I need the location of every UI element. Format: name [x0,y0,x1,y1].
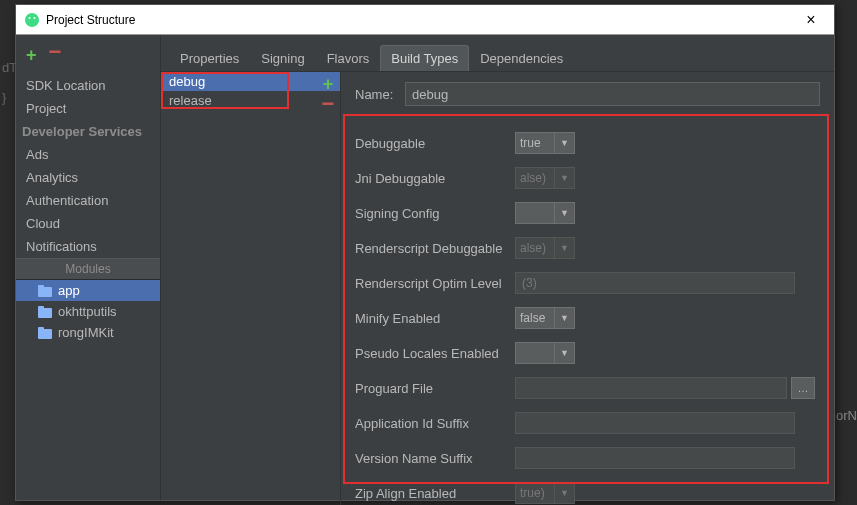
project-structure-dialog: Project Structure × + − SDK LocationProj… [15,4,835,501]
sidebar-tools: + − [16,41,160,74]
build-type-item[interactable]: release [161,91,340,110]
tabs: PropertiesSigningFlavorsBuild TypesDepen… [161,35,834,72]
select-value: false [515,307,555,329]
field-label: Zip Align Enabled [355,486,515,501]
sidebar-service-item[interactable]: Notifications [16,235,160,258]
window-title: Project Structure [46,13,796,27]
field-label: Proguard File [355,381,515,396]
tab[interactable]: Dependencies [469,45,574,71]
file-input[interactable] [515,377,787,399]
chevron-down-icon[interactable]: ▼ [555,202,575,224]
select-field[interactable]: true▼ [515,132,575,154]
svg-rect-6 [38,306,44,310]
chevron-down-icon[interactable]: ▼ [555,307,575,329]
tab[interactable]: Flavors [316,45,381,71]
select-value [515,202,555,224]
remove-icon[interactable]: − [49,45,62,66]
sidebar-service-item[interactable]: Analytics [16,166,160,189]
select-value: alse) [515,237,555,259]
select-value: true) [515,482,555,504]
module-icon [38,306,52,318]
svg-rect-8 [38,327,44,331]
text-input[interactable] [515,272,795,294]
select-value [515,342,555,364]
form-row: Zip Align Enabledtrue)▼ [355,482,820,504]
tab[interactable]: Build Types [380,45,469,71]
module-label: app [58,283,80,298]
svg-rect-4 [38,285,44,289]
form-row: Signing Config▼ [355,202,820,224]
module-label: okhttputils [58,304,117,319]
field-label: Minify Enabled [355,311,515,326]
svg-point-2 [34,17,36,19]
select-field[interactable]: ▼ [515,202,575,224]
chevron-down-icon[interactable]: ▼ [555,132,575,154]
dialog-content: + − SDK LocationProject Developer Servic… [16,35,834,500]
app-icon [24,12,40,28]
form-row: Application Id Suffix [355,412,820,434]
browse-button[interactable]: … [791,377,815,399]
text-input[interactable] [515,412,795,434]
select-field[interactable]: alse)▼ [515,237,575,259]
form-row: Proguard File… [355,377,820,399]
modules-header: Modules [16,258,160,280]
field-label: Jni Debuggable [355,171,515,186]
chevron-down-icon[interactable]: ▼ [555,342,575,364]
field-label: Application Id Suffix [355,416,515,431]
select-value: true [515,132,555,154]
build-types-list: debugrelease + − [161,72,341,505]
add-icon[interactable]: + [26,45,37,66]
form: Name: Debuggabletrue▼Jni Debuggablealse)… [341,72,834,505]
module-item[interactable]: app [16,280,160,301]
select-field[interactable]: ▼ [515,342,575,364]
form-row: Jni Debuggablealse)▼ [355,167,820,189]
select-field[interactable]: alse)▼ [515,167,575,189]
text-input[interactable] [515,447,795,469]
titlebar: Project Structure × [16,5,834,35]
form-row: Minify Enabledfalse▼ [355,307,820,329]
name-row: Name: [355,82,820,106]
sidebar-service-item[interactable]: Ads [16,143,160,166]
main-panel: PropertiesSigningFlavorsBuild TypesDepen… [161,35,834,500]
form-row: Debuggabletrue▼ [355,132,820,154]
sidebar-item[interactable]: Project [16,97,160,120]
build-types-panel: debugrelease + − Name: Debuggabletrue▼Jn… [161,72,834,505]
svg-point-0 [25,13,39,27]
select-value: alse) [515,167,555,189]
svg-point-1 [29,17,31,19]
chevron-down-icon[interactable]: ▼ [555,482,575,504]
sidebar: + − SDK LocationProject Developer Servic… [16,35,161,500]
form-row: Version Name Suffix [355,447,820,469]
form-row: Renderscript Debuggablealse)▼ [355,237,820,259]
module-item[interactable]: okhttputils [16,301,160,322]
list-tools: + − [316,72,340,111]
field-label: Renderscript Debuggable [355,241,515,256]
chevron-down-icon[interactable]: ▼ [555,167,575,189]
background-right: orN [836,408,857,423]
name-input[interactable] [405,82,820,106]
module-item[interactable]: rongIMKit [16,322,160,343]
module-icon [38,285,52,297]
developer-services-header: Developer Services [16,120,160,143]
close-button[interactable]: × [796,11,826,29]
name-label: Name: [355,87,405,102]
select-field[interactable]: false▼ [515,307,575,329]
sidebar-service-item[interactable]: Cloud [16,212,160,235]
build-type-item[interactable]: debug [161,72,340,91]
form-row: Pseudo Locales Enabled▼ [355,342,820,364]
remove-build-type-icon[interactable]: − [322,97,335,111]
field-label: Pseudo Locales Enabled [355,346,515,361]
tab[interactable]: Properties [169,45,250,71]
field-label: Debuggable [355,136,515,151]
module-icon [38,327,52,339]
tab[interactable]: Signing [250,45,315,71]
sidebar-service-item[interactable]: Authentication [16,189,160,212]
select-field[interactable]: true)▼ [515,482,575,504]
sidebar-item[interactable]: SDK Location [16,74,160,97]
module-label: rongIMKit [58,325,114,340]
field-label: Signing Config [355,206,515,221]
field-label: Version Name Suffix [355,451,515,466]
chevron-down-icon[interactable]: ▼ [555,237,575,259]
field-label: Renderscript Optim Level [355,276,515,291]
form-row: Renderscript Optim Level [355,272,820,294]
